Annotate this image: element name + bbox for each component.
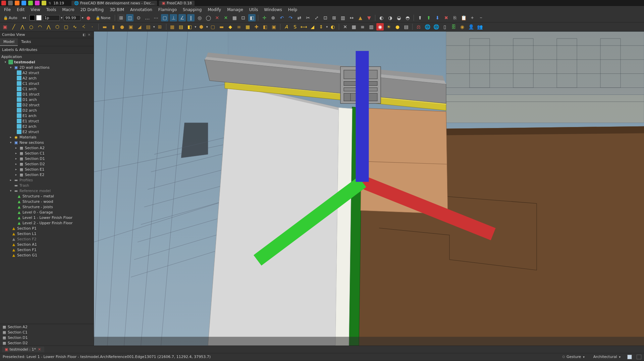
tab-model[interactable]: Model — [0, 38, 18, 46]
compound-icon[interactable]: ◓ — [404, 14, 411, 21]
snap-ortho-icon[interactable]: ✕ — [213, 14, 221, 21]
trimex-icon[interactable]: ✂ — [304, 14, 312, 21]
tree-group-wall-sections[interactable]: ▾2D wall sections — [0, 65, 94, 70]
polygon-icon[interactable]: ⬡ — [54, 23, 61, 31]
close-doc-icon[interactable]: ✕ — [37, 347, 42, 352]
tree-item[interactable]: Section L1 — [0, 231, 94, 236]
tree-item[interactable]: A2 arch — [0, 75, 94, 81]
menu-annotation[interactable]: Annotation — [127, 7, 155, 13]
snap-endpoint-icon[interactable]: ▢ — [161, 14, 168, 21]
snap-perp-icon[interactable]: ⊥ — [170, 14, 177, 21]
tree-item[interactable]: D2 arch — [0, 108, 94, 113]
line-icon[interactable]: ╱ — [10, 23, 17, 31]
tree-group-profiles[interactable]: ▸Profiles — [0, 177, 94, 183]
bspline-icon[interactable]: ∿ — [71, 23, 78, 31]
3d-viewport[interactable] — [94, 32, 644, 346]
tree-item[interactable]: ▸Section E1 — [0, 167, 94, 172]
snap-near-icon[interactable]: ◯ — [205, 14, 212, 21]
line-color-swatch[interactable] — [30, 15, 35, 20]
menu-help[interactable]: Help — [285, 7, 300, 13]
min-window-icon[interactable] — [8, 1, 13, 5]
stretch-icon[interactable]: ↔ — [348, 14, 355, 21]
bezier-icon[interactable]: ⧼ — [80, 23, 87, 31]
menu-2d-drafting[interactable]: 2D Drafting — [78, 7, 107, 13]
tree-item[interactable]: D1 arch — [0, 97, 94, 102]
snap-parallel-icon[interactable]: ∥ — [187, 14, 195, 21]
dropdown-icon[interactable]: ▾ — [82, 16, 84, 19]
clone-icon[interactable]: ⊡ — [322, 14, 329, 21]
bottom-section-list[interactable]: Section A2 Section C1 Section D1 Section… — [0, 324, 94, 346]
menu-utils[interactable]: Utils — [247, 7, 261, 13]
tree-item[interactable]: ▸Section E2 — [0, 172, 94, 177]
snap-ext-icon[interactable]: ⋯ — [152, 14, 160, 21]
tree-item[interactable]: C1 arch — [0, 86, 94, 92]
menu-view[interactable]: View — [28, 7, 43, 13]
arc-icon[interactable]: ◠ — [36, 23, 44, 31]
menu-macro[interactable]: Macro — [59, 7, 77, 13]
menu-file[interactable]: File — [1, 7, 13, 13]
snap-wp-icon[interactable]: ⊡ — [239, 14, 247, 21]
close-window-icon[interactable] — [1, 1, 6, 5]
snap-midpoint-icon[interactable]: ⊙ — [135, 14, 142, 21]
sketch-icon[interactable]: ▣ — [1, 23, 9, 31]
rotate-icon[interactable]: ⊛ — [269, 14, 277, 21]
tree-item[interactable]: Structure - wood — [0, 199, 94, 204]
snap-angle-icon[interactable]: ∠ — [178, 14, 186, 21]
tree-group-ref-model[interactable]: ▾Reference model — [0, 188, 94, 193]
tree-item[interactable]: E1 arch — [0, 113, 94, 118]
snap-dim-icon[interactable]: ✕ — [222, 14, 229, 21]
arrow-up-icon[interactable]: ⬆ — [425, 14, 432, 21]
tree-item[interactable]: Structure - joists — [0, 204, 94, 209]
menu-flamingo[interactable]: Flamingo — [156, 7, 179, 13]
tree-root[interactable]: Application — [0, 54, 94, 59]
array-icon[interactable]: ⊞ — [330, 14, 338, 21]
tree-item[interactable]: E2 struct — [0, 129, 94, 134]
list-item[interactable]: Section D2 — [0, 340, 94, 346]
remove-icon[interactable]: － — [477, 14, 485, 21]
axis-gizmo-icon[interactable] — [87, 25, 637, 339]
tree-group-trash[interactable]: Trash — [0, 183, 94, 188]
rectangle-icon[interactable]: ▢ — [62, 23, 70, 31]
menu-tools[interactable]: Tools — [44, 7, 59, 13]
tree-item[interactable]: Section F1 — [0, 247, 94, 252]
line-tool-icon[interactable]: ↔ — [21, 14, 28, 21]
tree-item[interactable]: Level 0 - Garage — [0, 209, 94, 215]
menu-manage[interactable]: Manage — [224, 7, 246, 13]
browser-tab[interactable]: 🌐FreeCAD BIM development news - Dec... — [71, 1, 157, 6]
redo-icon[interactable]: ↷ — [287, 14, 294, 21]
tree-item[interactable]: D2 struct — [0, 102, 94, 108]
zoom-input[interactable] — [64, 15, 80, 21]
tree-item[interactable]: ▸Section A2 — [0, 145, 94, 151]
common-icon[interactable]: ◒ — [395, 14, 402, 21]
tree-item[interactable]: ▸Section D2 — [0, 161, 94, 167]
tree-group-materials[interactable]: ▸Materials — [0, 134, 94, 140]
fuse-icon[interactable]: ◐ — [378, 14, 385, 21]
unit-mode-combo[interactable]: Architectural — [591, 354, 623, 360]
delete-icon[interactable]: ✖ — [442, 14, 450, 21]
snap-lock-icon[interactable]: ◫ — [126, 14, 133, 21]
copy-icon[interactable]: ⎘ — [451, 14, 459, 21]
menu-snapping[interactable]: Snapping — [180, 7, 204, 13]
wp-none[interactable]: 🔒 None — [94, 15, 113, 21]
menu-modify[interactable]: Modify — [205, 7, 224, 13]
construction-mode-icon[interactable]: ● — [85, 14, 92, 21]
face-color-swatch[interactable] — [36, 15, 42, 20]
tree-item[interactable]: Section A1 — [0, 242, 94, 247]
move-icon[interactable]: ✛ — [261, 14, 268, 21]
snap-face-icon[interactable]: ▦ — [231, 14, 238, 21]
tree-item[interactable]: A2 struct — [0, 70, 94, 75]
tree-item[interactable]: Level 1 - Lower Finish Floor — [0, 215, 94, 220]
tree-item[interactable]: Structure - metal — [0, 193, 94, 199]
polyline-icon[interactable]: ⋀ — [45, 23, 52, 31]
list-item[interactable]: Section C1 — [0, 329, 94, 335]
menu-3d-bim[interactable]: 3D BIM — [107, 7, 127, 13]
tree-item[interactable]: Section F2 — [0, 236, 94, 242]
app-tab[interactable]: ▣FreeCAD 0.18 — [159, 1, 194, 6]
doc-tab[interactable]: ▣ testmodel : 1* ✕ — [2, 347, 44, 352]
menu-windows[interactable]: Windows — [261, 7, 285, 13]
tree-item[interactable]: E1 struct — [0, 118, 94, 124]
circle-icon[interactable]: ○ — [28, 23, 35, 31]
upgrade-icon[interactable]: ▲ — [357, 14, 364, 21]
wire-icon[interactable]: ⋀ — [19, 23, 26, 31]
tree-item[interactable]: ▸Section D1 — [0, 156, 94, 161]
